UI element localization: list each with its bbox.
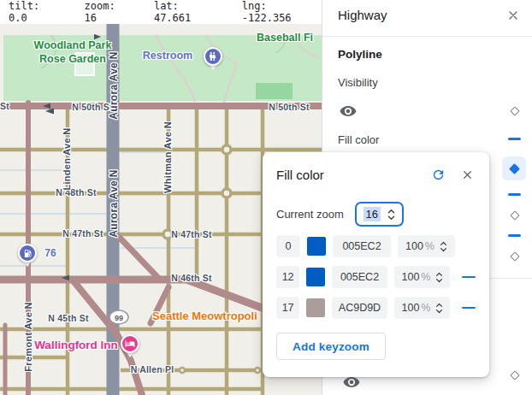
- close-icon: [506, 9, 520, 22]
- gas-pump-icon: [23, 249, 33, 258]
- hex-color-field[interactable]: 005EC2: [333, 235, 391, 257]
- panel-close-button[interactable]: [505, 8, 521, 23]
- tilt-readout: tilt: 0.0: [9, 0, 64, 24]
- hex-color-field[interactable]: AC9D9D: [332, 297, 388, 319]
- visibility-label: Visibility: [338, 76, 378, 89]
- fill-color-keyframe-dash[interactable]: [508, 138, 521, 140]
- zoom-readout: zoom: 16: [85, 0, 133, 24]
- restroom-pin[interactable]: [204, 47, 222, 73]
- route-99-shield: 99: [109, 310, 128, 324]
- color-swatch[interactable]: [306, 298, 324, 317]
- stepper-chevrons-icon[interactable]: [440, 240, 447, 253]
- reset-icon: [431, 168, 446, 182]
- current-zoom-value[interactable]: 16: [364, 207, 381, 221]
- stepper-chevrons-icon[interactable]: [387, 208, 395, 221]
- map-status-bar: tilt: 0.0 zoom: 16 lat: 47.661 lng: -122…: [0, 0, 322, 24]
- remove-keyzoom-button[interactable]: [462, 276, 476, 279]
- dialog-title: Fill color: [276, 168, 429, 182]
- keyzoom-row: 0 005EC2 100%: [276, 235, 476, 257]
- color-swatch[interactable]: [306, 268, 324, 286]
- keyzoom-level-field[interactable]: 17: [276, 297, 299, 319]
- bed-icon: [125, 339, 135, 349]
- keyframe-diamond-3[interactable]: [510, 251, 519, 261]
- lodging-pin[interactable]: [121, 334, 139, 360]
- keyframe-dash-3[interactable]: [508, 234, 521, 237]
- active-keyframe-indicator[interactable]: [502, 156, 526, 180]
- opacity-field[interactable]: 100%: [398, 235, 455, 257]
- current-zoom-label: Current zoom: [276, 208, 344, 221]
- filled-diamond-icon: [509, 163, 520, 174]
- stepper-chevrons-icon[interactable]: [435, 302, 443, 315]
- hex-color-field[interactable]: 005EC2: [332, 266, 388, 288]
- restroom-icon: [208, 51, 218, 62]
- dialog-close-button[interactable]: [458, 166, 476, 183]
- visibility-keyframe-diamond[interactable]: [510, 106, 519, 115]
- fill-color-label: Fill color: [338, 133, 379, 146]
- panel-title: Highway: [338, 8, 387, 22]
- svg-text:99: 99: [115, 314, 123, 322]
- keyzoom-row: 12 005EC2 100%: [276, 266, 476, 288]
- maps-style-editor: tilt: 0.0 zoom: 16 lat: 47.661 lng: -122…: [0, 0, 532, 395]
- panel-divider: [322, 36, 532, 37]
- fill-color-dialog: Fill color Current zoom 16 0: [263, 152, 489, 377]
- current-zoom-stepper[interactable]: 16: [355, 202, 404, 227]
- lng-readout: lng: -122.356: [242, 0, 322, 24]
- add-keyzoom-button[interactable]: Add keyzoom: [276, 333, 386, 360]
- stepper-chevrons-icon[interactable]: [435, 271, 443, 284]
- keyframe-diamond-4[interactable]: [510, 370, 519, 380]
- keyzoom-level-field[interactable]: 0: [276, 235, 300, 257]
- keyzoom-level-field[interactable]: 12: [276, 266, 299, 288]
- opacity-field[interactable]: 100%: [394, 297, 450, 319]
- reset-button[interactable]: [429, 166, 446, 183]
- keyzoom-row: 17 AC9D9D 100%: [276, 297, 476, 319]
- keyframe-dash-2[interactable]: [508, 193, 521, 196]
- color-swatch[interactable]: [307, 237, 326, 256]
- lat-readout: lat: 47.661: [154, 0, 222, 24]
- gas-station-pin[interactable]: [18, 244, 37, 269]
- eye-icon: [339, 102, 358, 121]
- opacity-field[interactable]: 100%: [394, 266, 450, 288]
- close-icon: [461, 168, 474, 181]
- visibility-toggle[interactable]: [338, 101, 358, 121]
- polyline-section-title: Polyline: [338, 48, 382, 61]
- keyframe-diamond-2[interactable]: [510, 210, 519, 220]
- remove-keyzoom-button[interactable]: [462, 307, 476, 310]
